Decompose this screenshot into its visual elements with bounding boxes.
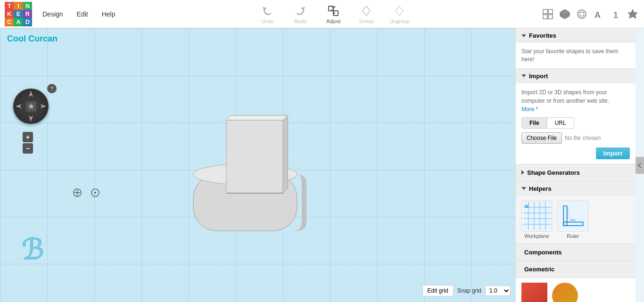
geometric-cylinder-shape[interactable] <box>552 283 578 302</box>
logo-c: C <box>5 18 14 26</box>
workplane-item[interactable]: W Workplane <box>521 201 552 239</box>
svg-point-16 <box>580 10 584 18</box>
favorites-title: Favorites <box>529 32 556 39</box>
svg-marker-37 <box>283 115 288 193</box>
nav-design[interactable]: Design <box>37 8 69 21</box>
geometric-shapes-preview <box>516 278 636 302</box>
undo-label: Undo <box>261 18 273 24</box>
helpers-title: Helpers <box>529 185 552 192</box>
components-section[interactable]: Components <box>516 244 636 261</box>
ruler-item[interactable]: mm Ruler <box>558 201 588 239</box>
grid-view-icon[interactable] <box>541 8 554 21</box>
svg-marker-19 <box>628 9 637 18</box>
redo-button[interactable]: Redo <box>289 4 312 24</box>
letter-decoration: ℬ <box>21 236 43 264</box>
favorites-content: Star your favorite shapes to save them h… <box>516 43 636 68</box>
pan-icon-2[interactable] <box>91 188 99 197</box>
header: T I N K E R C A D Design Edit Help Undo … <box>0 0 644 28</box>
logo-t: T <box>5 2 14 10</box>
svg-text:W: W <box>524 204 528 209</box>
adjust-label: Adjust <box>326 18 341 24</box>
shape-generators-section[interactable]: Shape Generators <box>516 164 636 181</box>
compass-arrows <box>13 89 49 124</box>
right-panel: Favorites Star your favorite shapes to s… <box>515 28 636 302</box>
canvas-area[interactable]: Cool Curcan ? <box>0 28 515 302</box>
import-content: Import 2D or 3D shapes from your compute… <box>516 83 636 164</box>
workplane-image: W <box>521 201 552 231</box>
ruler-label: Ruler <box>567 233 579 239</box>
nav-compass[interactable] <box>13 89 49 124</box>
help-bubble[interactable]: ? <box>47 84 57 93</box>
ungroup-button[interactable]: Ungroup <box>388 4 411 24</box>
svg-marker-36 <box>226 115 288 120</box>
collapse-panel-button[interactable] <box>636 157 644 174</box>
logo-k: K <box>5 10 14 18</box>
pan-icons <box>73 188 99 197</box>
edit-grid-button[interactable]: Edit grid <box>422 285 454 296</box>
favorites-section: Favorites Star your favorite shapes to s… <box>516 28 636 69</box>
import-section: Import Import 2D or 3D shapes from your … <box>516 69 636 164</box>
helpers-grid: W Workplane <box>516 196 636 244</box>
import-title: Import <box>529 73 548 80</box>
logo-e: E <box>14 10 23 18</box>
svg-text:1: 1 <box>613 10 618 20</box>
project-name[interactable]: Cool Curcan <box>7 34 58 44</box>
components-title: Components <box>524 249 561 256</box>
helpers-header[interactable]: Helpers <box>516 181 636 196</box>
zoom-controls: + − <box>23 132 33 154</box>
svg-point-31 <box>94 192 96 194</box>
svg-rect-8 <box>548 9 553 14</box>
favorites-header[interactable]: Favorites <box>516 28 636 43</box>
logo[interactable]: T I N K E R C A D <box>5 2 32 26</box>
geometric-title: Geometric <box>524 266 554 273</box>
svg-point-15 <box>578 12 586 16</box>
nav-help[interactable]: Help <box>96 8 121 21</box>
favorites-triangle <box>521 34 526 37</box>
svg-text:mm: mm <box>570 218 575 221</box>
tab-file-button[interactable]: File <box>521 117 547 129</box>
redo-label: Redo <box>294 18 306 24</box>
import-header[interactable]: Import <box>516 69 636 83</box>
zoom-out-button[interactable]: − <box>23 143 33 154</box>
favorites-description: Star your favorite shapes to save them h… <box>521 48 630 64</box>
svg-point-14 <box>578 10 586 18</box>
geometric-section[interactable]: Geometric <box>516 261 636 278</box>
sphere-view-icon[interactable] <box>575 8 588 21</box>
text-icon[interactable]: A <box>592 8 605 21</box>
svg-marker-25 <box>40 104 46 108</box>
choose-file-button[interactable]: Choose File <box>521 132 562 144</box>
import-button[interactable]: Import <box>596 147 630 159</box>
main: Cool Curcan ? <box>0 28 644 302</box>
logo-d: D <box>23 18 32 26</box>
snap-select[interactable]: 1.0 0.5 0.25 2.0 <box>485 286 511 296</box>
logo-n: N <box>23 2 32 10</box>
helpers-triangle <box>521 187 526 190</box>
logo-i: I <box>14 2 23 10</box>
svg-marker-24 <box>16 104 22 108</box>
ungroup-label: Ungroup <box>389 18 409 24</box>
geometric-box-shape[interactable] <box>521 283 547 302</box>
star-icon[interactable] <box>626 8 639 21</box>
adjust-button[interactable]: Adjust <box>322 4 345 24</box>
svg-text:A: A <box>594 10 601 20</box>
3d-object <box>179 101 330 247</box>
zoom-in-button[interactable]: + <box>23 132 33 142</box>
nav-edit[interactable]: Edit <box>71 8 94 21</box>
pan-icon-1[interactable] <box>73 188 82 197</box>
tab-url-button[interactable]: URL <box>547 117 574 129</box>
logo-r: R <box>23 10 32 18</box>
svg-rect-9 <box>543 15 547 19</box>
group-label: Group <box>359 18 374 24</box>
snap-grid-label: Snap grid <box>457 287 481 294</box>
file-url-tabs: File URL <box>521 117 630 129</box>
bottom-controls: Edit grid Snap grid 1.0 0.5 0.25 2.0 <box>422 285 511 296</box>
toolbar-right: A 1 <box>541 8 639 21</box>
svg-rect-10 <box>548 15 553 19</box>
cube-view-icon[interactable] <box>558 8 571 21</box>
import-triangle <box>521 74 526 77</box>
number-1-icon[interactable]: 1 <box>609 8 622 21</box>
import-more-link[interactable]: More * <box>521 106 538 113</box>
undo-button[interactable]: Undo <box>256 4 279 24</box>
group-button[interactable]: Group <box>355 4 378 24</box>
svg-rect-35 <box>226 120 283 193</box>
